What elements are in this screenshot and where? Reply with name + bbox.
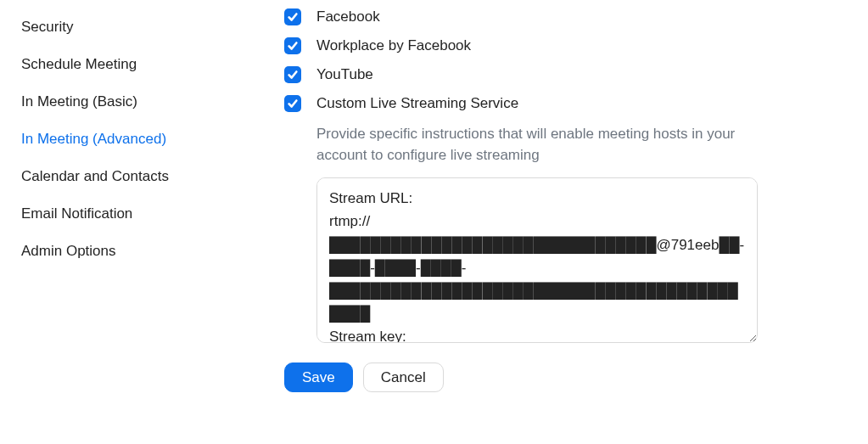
check-icon — [287, 69, 299, 81]
instructions-wrapper — [316, 177, 758, 347]
checkbox-workplace[interactable] — [284, 37, 301, 54]
sidebar-item-admin-options[interactable]: Admin Options — [21, 233, 212, 270]
checkbox-row-workplace: Workplace by Facebook — [284, 37, 834, 54]
checkbox-label-workplace: Workplace by Facebook — [316, 37, 471, 54]
streaming-instructions-textarea[interactable] — [316, 177, 758, 343]
check-icon — [287, 11, 299, 23]
checkbox-row-custom: Custom Live Streaming Service — [284, 95, 834, 112]
sidebar-item-schedule-meeting[interactable]: Schedule Meeting — [21, 46, 212, 83]
checkbox-facebook[interactable] — [284, 8, 301, 25]
checkbox-row-facebook: Facebook — [284, 8, 834, 25]
save-button[interactable]: Save — [284, 363, 353, 392]
checkbox-custom[interactable] — [284, 95, 301, 112]
action-buttons: Save Cancel — [284, 363, 834, 392]
settings-page: Security Schedule Meeting In Meeting (Ba… — [0, 0, 868, 444]
sidebar-item-in-meeting-basic[interactable]: In Meeting (Basic) — [21, 83, 212, 121]
sidebar-item-in-meeting-advanced[interactable]: In Meeting (Advanced) — [21, 121, 212, 158]
sidebar-item-email-notification[interactable]: Email Notification — [21, 195, 212, 233]
sidebar-item-security[interactable]: Security — [21, 8, 212, 46]
checkbox-youtube[interactable] — [284, 66, 301, 83]
cancel-button[interactable]: Cancel — [363, 363, 444, 392]
checkbox-label-youtube: YouTube — [316, 66, 373, 83]
checkbox-label-facebook: Facebook — [316, 8, 380, 25]
check-icon — [287, 40, 299, 52]
settings-main: Facebook Workplace by Facebook YouTube C… — [212, 8, 868, 444]
check-icon — [287, 98, 299, 110]
checkbox-row-youtube: YouTube — [284, 66, 834, 83]
sidebar-item-calendar-contacts[interactable]: Calendar and Contacts — [21, 158, 212, 195]
checkbox-label-custom: Custom Live Streaming Service — [316, 95, 518, 112]
settings-sidebar: Security Schedule Meeting In Meeting (Ba… — [0, 8, 212, 444]
custom-helper-text: Provide specific instructions that will … — [316, 124, 758, 166]
